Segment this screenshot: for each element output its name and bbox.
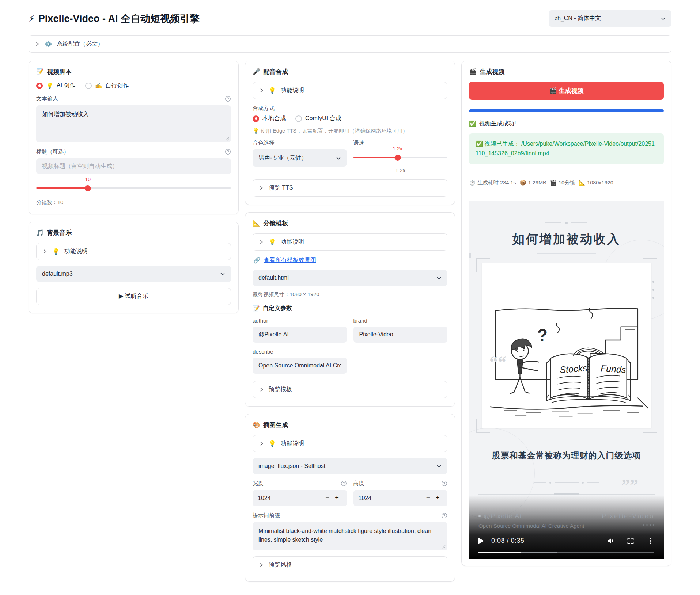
tts-preview-label: 预览 TTS <box>269 184 293 192</box>
generate-card-title: 生成视频 <box>480 68 504 76</box>
slider-value-tag: 10 <box>85 176 91 182</box>
language-dropdown[interactable]: zh_CN - 简体中文 <box>549 10 671 27</box>
radio-selected-icon <box>36 83 43 89</box>
fullscreen-icon[interactable] <box>627 537 635 545</box>
chevron-right-icon <box>259 186 264 190</box>
help-icon[interactable] <box>441 512 447 519</box>
resize-grip-icon[interactable] <box>442 545 446 549</box>
system-config-label: 系统配置（必需） <box>57 40 103 48</box>
image-tips-accordion[interactable]: 💡 功能说明 <box>253 435 447 452</box>
kebab-menu-icon[interactable] <box>646 537 654 545</box>
brand-input[interactable] <box>353 327 448 343</box>
radio-ai-create[interactable]: 💡 AI 创作 <box>36 82 76 89</box>
slider-handle[interactable] <box>394 155 401 161</box>
template-file-dropdown[interactable]: default.html <box>253 270 447 286</box>
watermark-row: @Pixelle.AI Open Source Omnimodal AI Cre… <box>469 512 664 529</box>
height-stepper: − + <box>353 490 448 506</box>
play-icon: ▶ <box>119 293 123 299</box>
radio-comfyui-label: ComfyUI 合成 <box>305 115 341 122</box>
generate-button-label: 生成视频 <box>559 87 583 94</box>
voice-dropdown[interactable]: 男声-专业（云健） <box>253 149 347 167</box>
chevron-right-icon <box>259 387 264 392</box>
radio-self-create[interactable]: ✍️ 自行创作 <box>85 82 129 89</box>
video-time: 0:08 / 0:35 <box>491 537 525 545</box>
video-frame-title: 如何增加被动收入 <box>512 231 621 248</box>
app-title: Pixelle-Video - AI 全自动短视频引擎 <box>38 12 200 25</box>
chevron-down-icon <box>661 16 666 21</box>
decor-dots <box>652 281 654 299</box>
height-input[interactable] <box>359 495 424 501</box>
view-templates-link[interactable]: 查看所有模板效果图 <box>264 256 316 264</box>
stopwatch-icon: ⏱️ <box>469 180 476 186</box>
video-title-input[interactable] <box>36 158 231 174</box>
radio-unselected-icon <box>295 115 302 122</box>
music-file-value: default.mp3 <box>42 271 73 277</box>
check-icon: ✅ <box>469 120 476 127</box>
workflow-dropdown[interactable]: image_flux.json - Selfhost <box>253 458 447 474</box>
success-message: ✅ 视频生成成功! <box>469 120 664 127</box>
template-tips-label: 功能说明 <box>281 238 304 246</box>
minus-icon[interactable]: − <box>323 494 332 502</box>
help-icon[interactable] <box>341 480 347 487</box>
bulb-icon: 💡 <box>52 248 60 255</box>
generation-progress-bar <box>469 109 664 112</box>
author-input[interactable] <box>253 327 347 343</box>
width-input[interactable] <box>258 495 323 501</box>
music-tips-accordion[interactable]: 💡 功能说明 <box>36 243 231 260</box>
style-preview-label: 预览风格 <box>269 561 292 569</box>
decor-quote-icon: ”” <box>621 477 638 494</box>
style-preview-accordion[interactable]: 预览风格 <box>253 556 447 573</box>
radio-selected-icon <box>253 115 259 122</box>
bulb-icon: 💡 <box>269 239 276 245</box>
gear-icon: ⚙️ <box>45 41 52 47</box>
tts-tips-accordion[interactable]: 💡 功能说明 <box>253 82 447 99</box>
describe-input[interactable] <box>253 358 347 374</box>
radio-local-synthesis[interactable]: 本地合成 <box>253 115 286 122</box>
decor-quote-icon: ““ <box>489 354 506 371</box>
template-card: 📐 分镜模板 💡 功能说明 🔗 查看所有模板效果图 default.html 最… <box>245 212 455 407</box>
volume-icon[interactable] <box>607 537 615 545</box>
storyboard-count-slider[interactable]: 10 <box>36 185 231 191</box>
plus-icon[interactable]: + <box>332 494 342 502</box>
bulb-icon: 💡 <box>253 128 259 134</box>
help-icon[interactable] <box>225 96 231 102</box>
music-note-icon: 🎵 <box>36 229 44 237</box>
plus-icon[interactable]: + <box>433 494 442 502</box>
prompt-prefix-textarea[interactable]: Minimalist black-and-white matchstick fi… <box>253 522 447 550</box>
script-mode-radio-group: 💡 AI 创作 ✍️ 自行创作 <box>36 82 231 89</box>
video-player[interactable]: 如何增加被动收入 <box>469 201 664 559</box>
chevron-down-icon <box>436 464 442 469</box>
generate-video-button[interactable]: 🎬 生成视频 <box>469 82 664 100</box>
system-config-accordion[interactable]: ⚙️ 系统配置（必需） <box>29 35 671 53</box>
sketch-illustration: ? Stocks Funds <box>482 263 651 428</box>
topic-textarea[interactable]: 如何增加被动收入 <box>36 105 231 142</box>
illustration-frame: ? Stocks Funds <box>482 263 651 428</box>
music-file-dropdown[interactable]: default.mp3 <box>36 266 231 282</box>
chevron-right-icon <box>43 249 48 254</box>
speed-slider[interactable]: 1.2x <box>353 155 448 160</box>
play-button[interactable] <box>478 538 484 544</box>
help-icon[interactable] <box>225 149 231 155</box>
template-tips-accordion[interactable]: 💡 功能说明 <box>253 233 447 251</box>
bulb-icon: 💡 <box>46 82 53 89</box>
generate-card: 🎬 生成视频 🎬 生成视频 ✅ 视频生成成功! ✅ 视频已生成： /Users/… <box>461 61 671 566</box>
template-preview-accordion[interactable]: 预览模板 <box>253 381 447 398</box>
memo-icon: 📝 <box>36 68 44 76</box>
play-music-button[interactable]: ▶ 试听音乐 <box>36 288 231 305</box>
voice-value: 男声-专业（云健） <box>258 154 307 162</box>
microphone-icon: 🎤 <box>253 68 260 76</box>
video-progress-bar[interactable] <box>478 552 654 553</box>
music-tips-label: 功能说明 <box>64 248 88 255</box>
resize-grip-icon[interactable] <box>226 137 229 141</box>
help-icon[interactable] <box>441 480 447 487</box>
radio-comfyui-synthesis[interactable]: ComfyUI 合成 <box>295 115 341 122</box>
slider-handle[interactable] <box>85 185 91 191</box>
decor-notch <box>554 493 579 495</box>
generation-stats: ⏱️生成耗时 234.1s 📦1.29MB 🎬10分镜 📐1080x1920 <box>469 179 664 186</box>
tts-preview-accordion[interactable]: 预览 TTS <box>253 179 447 197</box>
tts-tips-label: 功能说明 <box>281 87 304 94</box>
memo-icon: 📝 <box>253 305 260 312</box>
author-label: author <box>253 317 268 324</box>
check-icon: ✅ <box>476 141 483 147</box>
minus-icon[interactable]: − <box>423 494 433 502</box>
